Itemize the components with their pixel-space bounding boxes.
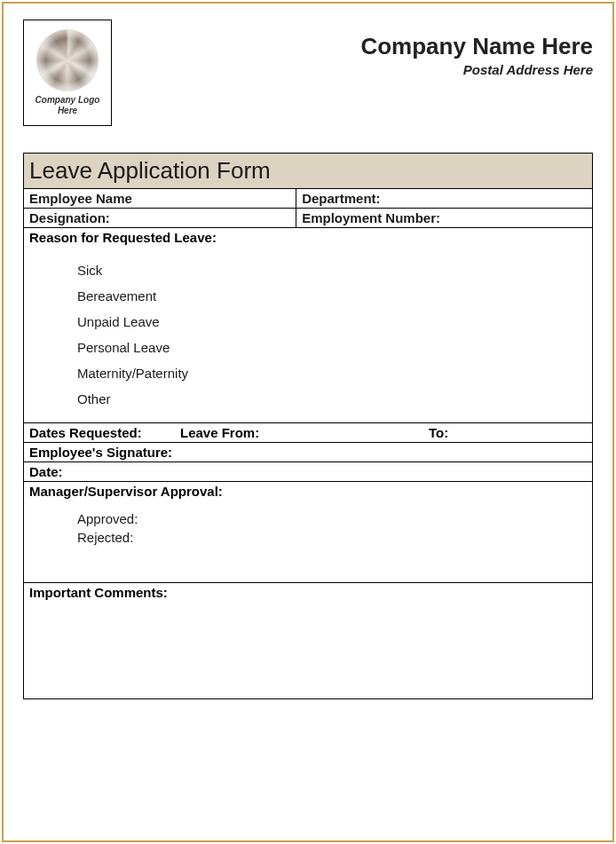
date-label: Date:	[24, 462, 592, 482]
approval-section: Manager/Supervisor Approval: Approved: R…	[24, 482, 592, 583]
reason-option: Bereavement	[77, 283, 587, 309]
logo-container: Company Logo Here	[23, 20, 112, 126]
dates-row: Dates Requested: Leave From: To:	[24, 423, 592, 443]
reason-option: Personal Leave	[77, 335, 587, 360]
reason-option: Maternity/Paternity	[77, 360, 587, 386]
row-designation-empnumber: Designation: Employment Number:	[24, 209, 592, 228]
approval-label: Manager/Supervisor Approval:	[24, 482, 592, 501]
dates-requested-label: Dates Requested:	[29, 425, 180, 440]
approval-options: Approved: Rejected:	[24, 501, 592, 582]
company-info: Company Name Here Postal Address Here	[360, 20, 593, 77]
logo-placeholder-text: Company Logo Here	[28, 95, 107, 116]
reason-label: Reason for Requested Leave:	[24, 228, 592, 247]
reason-option: Sick	[77, 257, 587, 283]
to-label: To:	[429, 425, 587, 440]
reason-options: Sick Bereavement Unpaid Leave Personal L…	[24, 247, 592, 422]
approval-option: Rejected:	[77, 528, 587, 547]
department-label: Department:	[296, 189, 592, 208]
signature-label: Employee's Signature:	[24, 443, 592, 462]
comments-label: Important Comments:	[24, 583, 592, 602]
row-employee-department: Employee Name Department:	[24, 189, 592, 209]
header: Company Logo Here Company Name Here Post…	[23, 20, 593, 126]
comments-section: Important Comments:	[24, 583, 592, 698]
designation-label: Designation:	[24, 209, 296, 227]
reason-section: Reason for Requested Leave: Sick Bereave…	[24, 228, 592, 423]
form-title: Leave Application Form	[24, 154, 592, 189]
employee-name-label: Employee Name	[24, 189, 296, 208]
logo-icon	[36, 29, 99, 91]
reason-option: Unpaid Leave	[77, 309, 587, 335]
employment-number-label: Employment Number:	[296, 209, 592, 227]
postal-address: Postal Address Here	[360, 62, 593, 77]
leave-from-label: Leave From:	[180, 425, 429, 440]
company-name: Company Name Here	[360, 33, 593, 60]
form-container: Leave Application Form Employee Name Dep…	[23, 153, 593, 699]
approval-option: Approved:	[77, 509, 587, 528]
document-page: Company Logo Here Company Name Here Post…	[2, 2, 614, 842]
reason-option: Other	[77, 386, 587, 412]
